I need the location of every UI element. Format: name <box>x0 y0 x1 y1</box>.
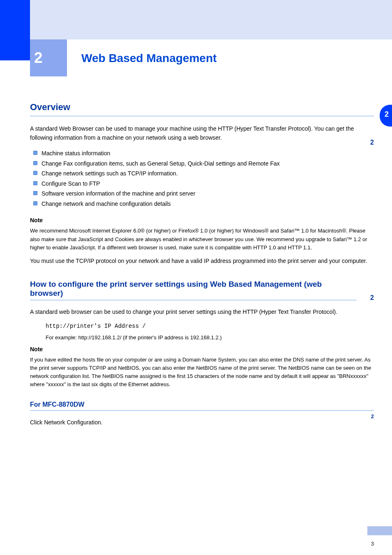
step2-text: Click Network Configuration. <box>30 418 374 427</box>
overview-closing: You must use the TCP/IP protocol on your… <box>30 257 374 266</box>
overview-bullet-list: Machine status information Change Fax co… <box>30 148 374 209</box>
list-item: Change network settings such as TCP/IP i… <box>30 168 374 179</box>
overview-paragraph: A standard Web Browser can be used to ma… <box>30 124 374 142</box>
overview-heading: Overview <box>30 102 374 116</box>
footer-bar <box>367 526 392 535</box>
list-item: Change Fax configuration items, such as … <box>30 159 374 169</box>
note-label: Note <box>30 217 374 223</box>
note-text-b: If you have edited the hosts file on you… <box>30 356 374 389</box>
subsection-superscript: 2 <box>371 413 374 419</box>
subsection-heading: For MFC-8870DW <box>30 401 374 411</box>
list-item: Configure Scan to FTP <box>30 179 374 189</box>
note-label: Note <box>30 346 374 352</box>
list-item: Change network and machine configuration… <box>30 199 374 209</box>
chapter-title: Web Based Management <box>81 52 374 65</box>
page-number: 3 <box>371 541 374 547</box>
configure-superscript: 2 <box>370 294 374 302</box>
step1-example: For example: http://192.168.1.2/ (if the… <box>46 334 374 342</box>
note-text: We recommend Microsoft Internet Explorer… <box>30 227 374 251</box>
configure-paragraph: A standard web browser can be used to ch… <box>30 308 374 317</box>
list-item: Software version information of the mach… <box>30 189 374 199</box>
right-tab-number: 2 <box>385 110 389 119</box>
step-block: http://printer's IP Address / For exampl… <box>46 323 374 342</box>
step1-code: http://printer's IP Address / <box>46 323 374 329</box>
overview-superscript: 2 <box>370 139 374 146</box>
list-item: Machine status information <box>30 148 374 159</box>
configure-heading: How to configure the print server settin… <box>30 280 357 300</box>
